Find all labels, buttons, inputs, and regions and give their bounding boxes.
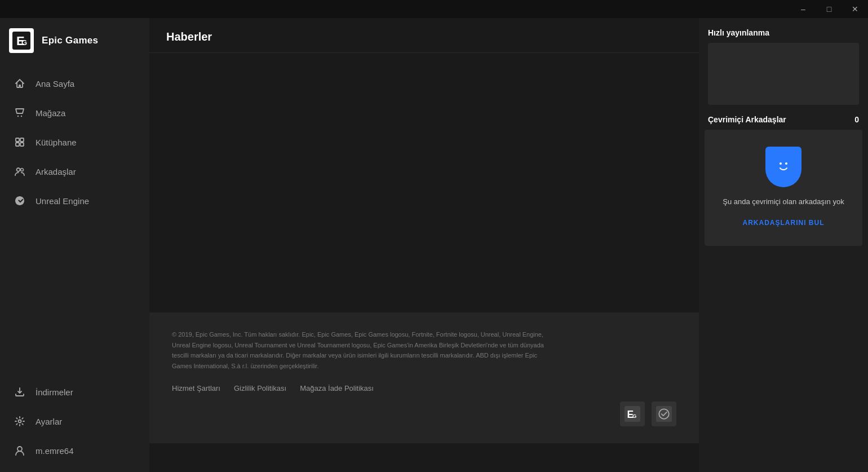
sidebar-item-label-profile: m.emre64 — [36, 446, 74, 456]
bottom-nav: İndirmeler Ayarlar — [0, 377, 149, 472]
app-body: E G Epic Games Ana Sayfa — [0, 18, 868, 472]
svg-point-9 — [17, 168, 20, 171]
nav-items: Ana Sayfa Mağaza — [0, 63, 149, 377]
home-icon — [13, 77, 26, 90]
logo-area: E G Epic Games — [0, 18, 149, 63]
epic-logo: E G — [9, 28, 34, 53]
title-bar: – □ ✕ — [0, 0, 868, 18]
content-area — [149, 53, 699, 312]
svg-point-11 — [19, 420, 21, 423]
sidebar: E G Epic Games Ana Sayfa — [0, 18, 149, 472]
svg-point-3 — [17, 116, 19, 117]
download-icon — [13, 385, 26, 399]
svg-point-4 — [21, 116, 22, 117]
minimize-button[interactable]: – — [790, 0, 816, 18]
sidebar-item-indirmeler[interactable]: İndirmeler — [0, 377, 149, 407]
svg-point-12 — [17, 447, 22, 451]
footer-link-gizlilik[interactable]: Gizlilik Politikası — [234, 384, 286, 392]
close-button[interactable]: ✕ — [842, 0, 868, 18]
right-panel: Hızlı yayınlanma Çevrimiçi Arkadaşlar 0 … — [699, 18, 868, 472]
logo-text: Epic Games — [42, 35, 98, 46]
svg-text:G: G — [21, 38, 27, 47]
store-icon — [13, 106, 26, 120]
sidebar-item-label-indirmeler: İndirmeler — [36, 387, 73, 397]
friends-title: Çevrimiçi Arkadaşlar — [708, 115, 786, 124]
shield-icon — [765, 147, 801, 187]
sidebar-item-label-arkadaslar: Arkadaşlar — [36, 167, 76, 177]
friends-box: Şu anda çevrimiçi olan arkadaşın yok ARK… — [705, 130, 862, 246]
svg-rect-6 — [20, 138, 24, 142]
footer-area: © 2019, Epic Games, Inc. Tüm hakları sak… — [149, 312, 699, 443]
library-icon — [13, 135, 26, 149]
sidebar-item-label-ayarlar: Ayarlar — [36, 417, 62, 426]
svg-rect-5 — [16, 138, 19, 142]
quick-launch-box — [708, 43, 859, 105]
sidebar-item-label-unreal: Unreal Engine — [36, 196, 89, 206]
sidebar-item-profile[interactable]: m.emre64 — [0, 436, 149, 465]
footer-link-hizmet[interactable]: Hizmet Şartları — [172, 384, 220, 392]
footer-link-iade[interactable]: Mağaza İade Politikası — [300, 384, 374, 392]
svg-rect-8 — [20, 143, 24, 146]
footer-links: Hizmet Şartları Gizlilik Politikası Mağa… — [172, 384, 676, 392]
friends-header: Çevrimiçi Arkadaşlar 0 — [699, 115, 868, 124]
svg-rect-16 — [656, 406, 672, 422]
sidebar-item-label-kutuphane: Kütüphane — [36, 138, 77, 147]
maximize-button[interactable]: □ — [816, 0, 842, 18]
sidebar-item-ana-sayfa[interactable]: Ana Sayfa — [0, 69, 149, 98]
main-header: Haberler — [149, 18, 699, 53]
settings-icon — [13, 414, 26, 428]
friends-count: 0 — [854, 115, 859, 124]
sidebar-item-unreal-engine[interactable]: Unreal Engine — [0, 186, 149, 215]
sidebar-item-arkadaslar[interactable]: Arkadaşlar — [0, 157, 149, 186]
sidebar-item-label-magaza: Mağaza — [36, 108, 65, 118]
unreal-icon — [13, 194, 26, 208]
svg-point-10 — [21, 169, 24, 171]
unreal-footer-logo — [652, 402, 676, 426]
main-scroll: © 2019, Epic Games, Inc. Tüm hakları sak… — [149, 53, 699, 472]
sidebar-item-kutuphane[interactable]: Kütüphane — [0, 127, 149, 157]
footer-logos: E G — [172, 402, 676, 426]
footer-copyright: © 2019, Epic Games, Inc. Tüm hakları sak… — [172, 329, 555, 372]
find-friends-button[interactable]: ARKADAŞLARINI BUL — [743, 217, 825, 229]
svg-point-18 — [780, 162, 782, 165]
sidebar-item-ayarlar[interactable]: Ayarlar — [0, 407, 149, 436]
sidebar-item-magaza[interactable]: Mağaza — [0, 98, 149, 127]
no-friends-text: Şu anda çevrimiçi olan arkadaşın yok — [723, 196, 844, 208]
svg-point-19 — [785, 162, 787, 165]
svg-text:G: G — [632, 413, 636, 419]
friends-icon — [13, 165, 26, 178]
svg-rect-7 — [16, 143, 19, 146]
quick-launch-section: Hızlı yayınlanma — [699, 18, 868, 115]
user-icon — [13, 444, 26, 457]
sidebar-item-label-ana-sayfa: Ana Sayfa — [36, 79, 74, 89]
main-content: Haberler © 2019, Epic Games, Inc. Tüm ha… — [149, 18, 699, 472]
page-title: Haberler — [166, 30, 682, 43]
epic-games-footer-logo: E G — [620, 402, 645, 426]
quick-launch-title: Hızlı yayınlanma — [708, 28, 859, 37]
shield-face-icon — [774, 156, 792, 178]
